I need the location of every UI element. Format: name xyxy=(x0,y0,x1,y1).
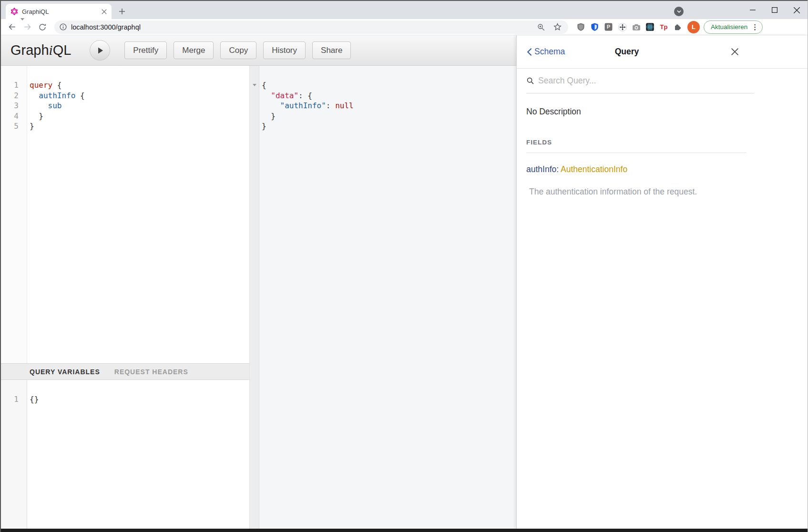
update-button-label: Aktualisieren xyxy=(711,23,747,31)
graphiql-topbar: GraphiQL Prettify Merge Copy History Sha… xyxy=(1,35,516,66)
execute-query-button[interactable] xyxy=(90,40,110,61)
search-icon xyxy=(526,77,534,85)
variables-editor-gutter: 1 xyxy=(1,380,27,529)
query-pane: 12345 query { authInfo { sub }} QUERY VA… xyxy=(1,66,250,529)
doc-no-description: No Description xyxy=(526,107,798,117)
graphiql-app: GraphiQL Prettify Merge Copy History Sha… xyxy=(1,35,808,529)
doc-explorer-header: Schema Query xyxy=(517,35,808,69)
maximize-button[interactable] xyxy=(764,1,786,19)
move-circle-icon[interactable] xyxy=(616,21,628,33)
browser-window: GraphiQL xyxy=(0,0,808,532)
doc-field-description: The authentication information of the re… xyxy=(526,187,798,197)
close-window-button[interactable] xyxy=(786,1,808,19)
doc-field-row: authInfo: AuthenticationInfo xyxy=(526,164,798,174)
bitwarden-shield-icon[interactable] xyxy=(589,21,601,33)
query-editor-gutter: 12345 xyxy=(1,66,27,363)
play-icon xyxy=(96,47,104,54)
graphiql-left-column: GraphiQL Prettify Merge Copy History Sha… xyxy=(1,35,516,529)
fold-arrow-icon[interactable] xyxy=(20,18,24,20)
url-input[interactable] xyxy=(71,23,530,31)
reload-button[interactable] xyxy=(36,21,49,33)
address-bar[interactable] xyxy=(54,20,568,34)
share-button[interactable]: Share xyxy=(312,41,351,59)
back-button[interactable] xyxy=(6,21,18,33)
response-fold-gutter xyxy=(250,66,259,529)
editor-panes: 12345 query { authInfo { sub }} QUERY VA… xyxy=(1,66,516,529)
doc-fields-divider xyxy=(526,153,747,153)
react-devtools-icon[interactable] xyxy=(644,21,656,33)
kebab-menu-icon: ⋮ xyxy=(751,23,758,31)
browser-toolbar: P Tp L Aktualisieren ⋮ xyxy=(1,19,808,35)
doc-close-button[interactable] xyxy=(729,46,740,57)
response-json: { "data": { "authInfo": null }} xyxy=(259,66,516,529)
history-button[interactable]: History xyxy=(263,41,306,59)
bookmark-star-icon[interactable] xyxy=(552,22,563,32)
variables-editor[interactable]: 1 {} xyxy=(1,380,249,529)
prettify-button[interactable]: Prettify xyxy=(124,41,167,59)
ublock-shield-icon[interactable] xyxy=(575,21,587,33)
new-tab-button[interactable] xyxy=(115,5,129,18)
tab-close-icon[interactable] xyxy=(100,8,108,15)
zoom-icon[interactable] xyxy=(536,22,546,32)
variables-code[interactable]: {} xyxy=(27,380,249,529)
chevron-down-icon xyxy=(677,10,681,13)
svg-text:P: P xyxy=(607,24,611,30)
minimize-button[interactable] xyxy=(742,1,764,19)
camera-icon[interactable] xyxy=(630,21,642,33)
query-code[interactable]: query { authInfo { sub }} xyxy=(27,66,249,363)
graphql-favicon xyxy=(10,8,18,15)
close-icon xyxy=(731,48,739,56)
info-icon[interactable] xyxy=(59,23,67,31)
tab-request-headers[interactable]: REQUEST HEADERS xyxy=(114,368,188,376)
query-editor[interactable]: 12345 query { authInfo { sub }} xyxy=(1,66,249,363)
response-pane: { "data": { "authInfo": null }} xyxy=(250,66,516,529)
doc-search-input[interactable] xyxy=(538,76,754,86)
copy-button[interactable]: Copy xyxy=(220,41,256,59)
tp-badge-icon[interactable]: Tp xyxy=(658,21,670,33)
extensions-row: P Tp xyxy=(575,21,685,33)
browser-tab-strip: GraphiQL xyxy=(1,0,808,19)
doc-field-colon: : xyxy=(556,164,559,174)
tab-query-variables[interactable]: QUERY VARIABLES xyxy=(30,368,100,376)
extensions-puzzle-icon[interactable] xyxy=(672,21,684,33)
browser-menu-update-button[interactable]: Aktualisieren ⋮ xyxy=(704,20,763,34)
tab-title: GraphiQL xyxy=(22,8,100,15)
svg-text:Tp: Tp xyxy=(660,23,667,31)
p-badge-icon[interactable]: P xyxy=(603,21,614,33)
browser-tab[interactable]: GraphiQL xyxy=(6,4,112,19)
doc-search-row xyxy=(526,69,754,93)
doc-explorer-panel: Schema Query No Description FIELDS authI… xyxy=(516,35,808,529)
variables-title-bar: QUERY VARIABLES REQUEST HEADERS xyxy=(1,363,249,380)
graphiql-logo: GraphiQL xyxy=(10,42,71,58)
doc-field-name[interactable]: authInfo xyxy=(526,164,556,174)
window-controls xyxy=(742,1,808,19)
fold-arrow-icon[interactable] xyxy=(253,84,256,86)
doc-title: Query xyxy=(517,47,737,57)
merge-button[interactable]: Merge xyxy=(174,41,214,59)
doc-field-type-link[interactable]: AuthenticationInfo xyxy=(561,164,627,174)
doc-fields-header: FIELDS xyxy=(526,139,798,146)
profile-avatar[interactable]: L xyxy=(687,21,700,33)
tab-search-button[interactable] xyxy=(674,7,684,16)
doc-explorer-body: No Description FIELDS authInfo: Authenti… xyxy=(517,93,808,206)
window-bottom-edge xyxy=(1,529,808,532)
forward-button[interactable] xyxy=(21,21,33,33)
